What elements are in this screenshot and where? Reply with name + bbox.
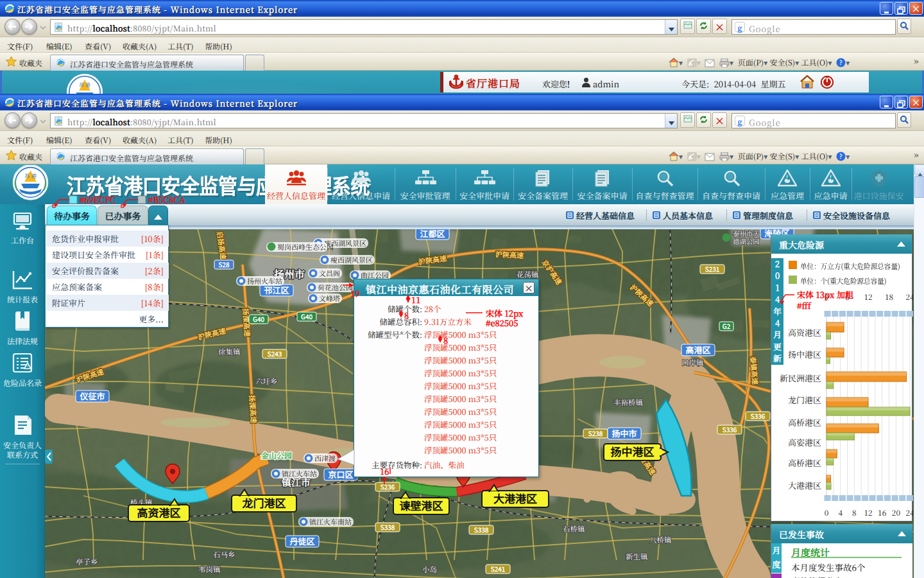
- svg-text:24: 24: [905, 507, 913, 518]
- svg-text:18: 18: [885, 291, 893, 302]
- svg-text:20: 20: [892, 507, 900, 518]
- svg-text:德湖公园: 德湖公园: [733, 236, 760, 246]
- svg-text:4: 4: [838, 507, 843, 518]
- svg-text:文昌阁: 文昌阁: [319, 268, 340, 278]
- svg-text:大港港区: 大港港区: [493, 490, 537, 506]
- svg-text:八桥镇: 八桥镇: [649, 534, 672, 545]
- svg-text:G2: G2: [723, 321, 731, 331]
- svg-text:8: 8: [852, 507, 857, 518]
- svg-text:高港区: 高港区: [685, 344, 710, 356]
- svg-text:24: 24: [905, 291, 913, 302]
- svg-text:丰裕桥镇: 丰裕桥镇: [613, 397, 644, 407]
- svg-text:花荡镇: 花荡镇: [517, 269, 540, 279]
- svg-text:12: 12: [864, 507, 873, 518]
- svg-text:苏 港: 苏 港: [24, 171, 37, 179]
- svg-text:沪陕高速: 沪陕高速: [495, 249, 524, 260]
- svg-text:京口区: 京口区: [328, 468, 353, 480]
- svg-text:六圩乡: 六圩乡: [255, 376, 278, 386]
- svg-text:S236: S236: [381, 482, 395, 491]
- svg-text:G40: G40: [253, 314, 264, 324]
- svg-text:0: 0: [825, 507, 829, 518]
- svg-text:荷花池公园: 荷花池公园: [318, 282, 353, 292]
- svg-text:仪征市: 仪征市: [79, 390, 105, 402]
- svg-text:S231: S231: [705, 264, 720, 274]
- svg-text:!: !: [27, 363, 28, 370]
- svg-text:金山公园: 金山公园: [261, 450, 292, 460]
- svg-text:小岛: 小岛: [422, 564, 437, 574]
- svg-text:S336: S336: [723, 425, 737, 434]
- svg-text:谏壁港区: 谏壁港区: [400, 497, 443, 513]
- svg-text:12: 12: [864, 291, 873, 302]
- svg-text:S243: S243: [268, 349, 282, 358]
- svg-text:扬州火车站: 扬州火车站: [247, 276, 282, 286]
- svg-text:石马乡: 石马乡: [213, 549, 235, 559]
- svg-text:0: 0: [825, 291, 829, 302]
- svg-text:口岸镇: 口岸镇: [681, 357, 705, 367]
- svg-text:新生镇: 新生镇: [626, 551, 649, 561]
- svg-text:西津渡: 西津渡: [314, 453, 336, 463]
- svg-text:石桥镇: 石桥镇: [563, 523, 586, 534]
- svg-text:?: ?: [840, 58, 843, 67]
- svg-text:S241: S241: [491, 564, 506, 574]
- svg-text:龙门港区: 龙门港区: [242, 495, 286, 511]
- svg-text:扬中市: 扬中市: [612, 427, 637, 439]
- svg-text:亭子乡: 亭子乡: [76, 556, 98, 566]
- svg-text:丹徒区: 丹徒区: [289, 535, 314, 547]
- svg-text:G40: G40: [301, 311, 312, 321]
- svg-text:苏 港: 苏 港: [79, 81, 90, 88]
- svg-text:S338: S338: [474, 525, 489, 534]
- svg-text:S336: S336: [751, 411, 766, 421]
- svg-text:S28: S28: [218, 259, 230, 269]
- svg-text:S338: S338: [381, 522, 395, 532]
- svg-text:扬溧高速: 扬溧高速: [247, 394, 259, 423]
- svg-text:S238: S238: [588, 428, 603, 438]
- svg-text:镇江火车南站: 镇江火车南站: [309, 516, 352, 527]
- svg-text:6: 6: [845, 291, 850, 302]
- svg-text:韦岗镇: 韦岗镇: [198, 564, 221, 574]
- svg-text:16: 16: [878, 507, 886, 518]
- svg-text:蜀岗西峰生态公园: 蜀岗西峰生态公园: [277, 241, 334, 252]
- svg-text:文峰塔: 文峰塔: [319, 293, 340, 303]
- svg-text:?: ?: [840, 152, 843, 161]
- svg-text:瘦西湖风景区: 瘦西湖风景区: [330, 254, 373, 265]
- svg-text:高资港区: 高资港区: [137, 504, 181, 520]
- svg-text:徐集镇: 徐集镇: [218, 346, 241, 356]
- svg-text:扬中港区: 扬中港区: [611, 443, 654, 459]
- svg-text:镇江火车站: 镇江火车站: [282, 468, 317, 478]
